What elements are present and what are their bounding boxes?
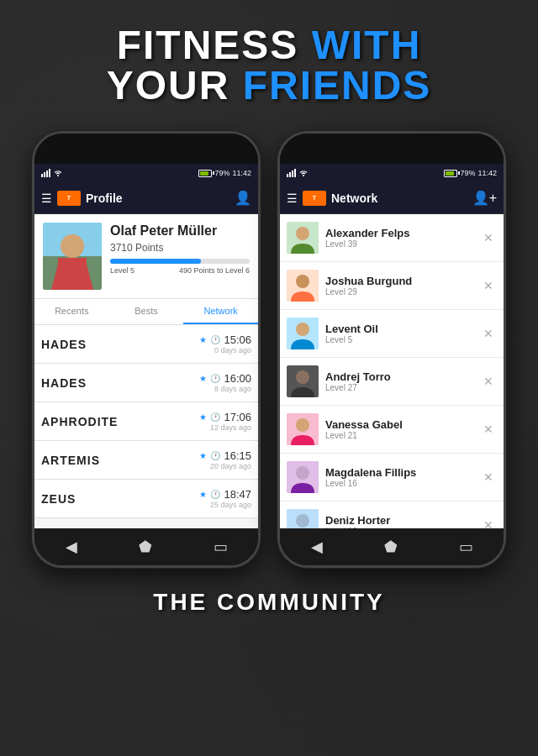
svg-point-25	[296, 514, 309, 528]
header-with: WITH	[312, 23, 422, 67]
workout-item-2[interactable]: HADES ★ 🕐 16:00 8 days ago	[34, 364, 258, 402]
phone-top-1	[34, 134, 258, 164]
tab-bests[interactable]: Bests	[109, 299, 184, 324]
svg-rect-11	[294, 169, 296, 177]
clock-icon-4: 🕐	[210, 451, 220, 460]
workout-time-1: ★ 🕐 15:06	[199, 333, 251, 346]
workout-right-2: ★ 🕐 16:00 8 days ago	[199, 372, 251, 393]
network-item-1[interactable]: Alexander Felps Level 39 ✕	[280, 214, 504, 262]
profile-icon-1[interactable]: 👤	[235, 190, 251, 206]
header-line1: FITNESS WITH	[17, 25, 521, 66]
header-friends: FRIENDS	[243, 63, 432, 108]
avatar-2	[287, 270, 319, 302]
svg-rect-8	[287, 174, 288, 177]
network-item-7[interactable]: Deniz Horter Level 16 ✕	[280, 501, 504, 528]
network-level-3: Level 5	[325, 335, 480, 344]
progress-bar-container	[110, 259, 250, 264]
status-left-2	[287, 169, 308, 177]
workout-item-3[interactable]: APHRODITE ★ 🕐 17:06 12 days ago	[34, 402, 258, 441]
menu-icon-2[interactable]: ☰	[287, 192, 298, 205]
workout-item-5[interactable]: ZEUS ★ 🕐 18:47 25 days ago	[34, 480, 258, 518]
workout-time-5: ★ 🕐 18:47	[199, 488, 251, 501]
home-btn-2[interactable]: ⬟	[384, 538, 398, 556]
remove-btn-2[interactable]: ✕	[480, 276, 497, 296]
svg-point-21	[296, 418, 309, 432]
workout-right-5: ★ 🕐 18:47 25 days ago	[199, 488, 251, 509]
svg-rect-3	[49, 169, 50, 177]
battery-fill-1	[200, 171, 208, 176]
network-item-4[interactable]: Andrej Torro Level 27 ✕	[280, 358, 504, 406]
recent-btn-1[interactable]: ▭	[214, 538, 228, 556]
avatar-7	[287, 509, 319, 528]
svg-point-23	[296, 466, 309, 480]
svg-rect-1	[44, 172, 45, 177]
phone-bottom-2: ◀ ⬟ ▭	[280, 528, 504, 565]
profile-tabs: Recents Bests Network	[34, 299, 258, 325]
add-person-icon[interactable]: 👤+	[472, 190, 497, 206]
home-btn-1[interactable]: ⬟	[139, 538, 152, 556]
remove-btn-1[interactable]: ✕	[480, 228, 497, 248]
signal-icon-1	[41, 169, 51, 177]
workout-days-5: 25 days ago	[199, 501, 251, 509]
level-row: Level 5 490 Points to Level 6	[110, 266, 250, 275]
workout-name-5: ZEUS	[41, 492, 76, 506]
remove-btn-4[interactable]: ✕	[480, 371, 497, 391]
avatar-svg-4	[287, 365, 319, 397]
footer-text: THE COMMUNITY	[17, 589, 521, 616]
network-item-5[interactable]: Vanessa Gabel Level 21 ✕	[280, 406, 504, 454]
remove-btn-5[interactable]: ✕	[480, 419, 497, 439]
star-icon-1: ★	[199, 335, 207, 344]
network-name-5: Vanessa Gabel	[325, 418, 480, 431]
app-logo-1: T	[57, 191, 81, 206]
network-info-3: Levent Oil Level 5	[325, 323, 480, 344]
recent-btn-2[interactable]: ▭	[459, 538, 473, 556]
svg-point-6	[61, 234, 84, 258]
workout-name-2: HADES	[41, 376, 87, 390]
time-val-5: 18:47	[224, 488, 251, 501]
status-bar-2: 79% 11:42	[280, 164, 504, 182]
svg-point-15	[296, 275, 309, 288]
remove-btn-3[interactable]: ✕	[480, 323, 497, 344]
status-right-1: 79% 11:42	[198, 169, 251, 177]
workout-time-4: ★ 🕐 16:15	[199, 449, 251, 462]
network-item-3[interactable]: Levent Oil Level 5 ✕	[280, 310, 504, 358]
network-item-6[interactable]: Magdalena Fillips Level 16 ✕	[280, 454, 504, 501]
svg-rect-0	[41, 174, 43, 177]
star-icon-5: ★	[199, 490, 207, 499]
level-label: Level 5	[110, 266, 134, 275]
network-name-6: Magdalena Fillips	[325, 466, 480, 479]
tab-recents[interactable]: Recents	[34, 299, 109, 324]
tab-network[interactable]: Network	[183, 299, 258, 324]
network-level-6: Level 16	[325, 479, 480, 488]
workout-days-2: 8 days ago	[199, 385, 251, 393]
phones-container: 79% 11:42 ☰ T Profile 👤	[0, 123, 538, 576]
remove-btn-6[interactable]: ✕	[480, 467, 497, 487]
avatar-svg-5	[287, 413, 319, 445]
network-name-4: Andrej Torro	[325, 370, 480, 383]
back-btn-1[interactable]: ◀	[66, 538, 77, 556]
header-section: FITNESS WITH YOUR FRIENDS	[0, 0, 538, 123]
battery-icon-1	[198, 170, 212, 177]
workout-item-4[interactable]: ARTEMIS ★ 🕐 16:15 20 days ago	[34, 441, 258, 480]
phone-profile: 79% 11:42 ☰ T Profile 👤	[32, 131, 261, 568]
clock-icon-5: 🕐	[210, 490, 220, 499]
avatar-svg-3	[287, 318, 319, 349]
avatar-1	[287, 222, 319, 254]
workout-days-4: 20 days ago	[199, 462, 251, 470]
avatar-4	[287, 365, 319, 397]
time-val-4: 16:15	[224, 449, 251, 462]
time-val-3: 17:06	[224, 411, 251, 423]
remove-btn-7[interactable]: ✕	[480, 515, 497, 528]
app-logo-2: T	[303, 191, 326, 206]
network-item-2[interactable]: Joshua Burgund Level 29 ✕	[280, 262, 504, 310]
svg-rect-2	[46, 171, 48, 177]
workout-item-1[interactable]: HADES ★ 🕐 15:06 0 days ago	[34, 325, 258, 364]
clock-icon-3: 🕐	[210, 412, 220, 422]
app-header-1: ☰ T Profile 👤	[34, 182, 258, 214]
network-name-7: Deniz Horter	[325, 514, 480, 527]
workout-time-2: ★ 🕐 16:00	[199, 372, 251, 385]
back-btn-2[interactable]: ◀	[311, 538, 323, 556]
menu-icon-1[interactable]: ☰	[41, 192, 52, 205]
profile-points: 3710 Points	[110, 242, 250, 254]
phone-speaker-1	[125, 146, 167, 151]
